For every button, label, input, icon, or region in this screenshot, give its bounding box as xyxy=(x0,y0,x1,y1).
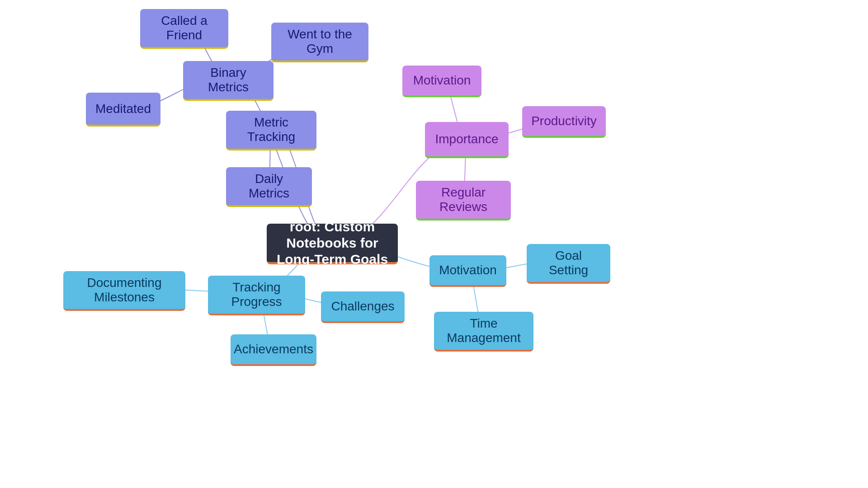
node-doc_milestones[interactable]: Documenting Milestones xyxy=(63,271,185,311)
node-goal_setting[interactable]: Goal Setting xyxy=(527,244,610,284)
node-challenges[interactable]: Challenges xyxy=(321,291,405,323)
node-tracking_progress[interactable]: Tracking Progress xyxy=(208,276,305,315)
node-called_friend[interactable]: Called a Friend xyxy=(140,9,228,49)
node-went_gym[interactable]: Went to the Gym xyxy=(271,23,368,62)
node-productivity[interactable]: Productivity xyxy=(522,106,606,138)
node-regular_reviews[interactable]: Regular Reviews xyxy=(416,181,511,221)
node-meditated[interactable]: Meditated xyxy=(86,93,160,127)
node-motivation_v[interactable]: Motivation xyxy=(402,66,481,97)
node-importance[interactable]: Importance xyxy=(425,122,509,158)
node-achievements[interactable]: Achievements xyxy=(231,334,316,366)
node-daily_metrics[interactable]: Daily Metrics xyxy=(226,167,312,207)
node-binary_metrics[interactable]: Binary Metrics xyxy=(183,61,274,101)
node-root[interactable]: root: Custom Notebooks for Long-Term Goa… xyxy=(267,224,398,264)
node-metric_tracking[interactable]: Metric Tracking xyxy=(226,111,316,150)
node-motivation_t[interactable]: Motivation xyxy=(429,255,506,287)
node-time_management[interactable]: Time Management xyxy=(434,312,533,352)
